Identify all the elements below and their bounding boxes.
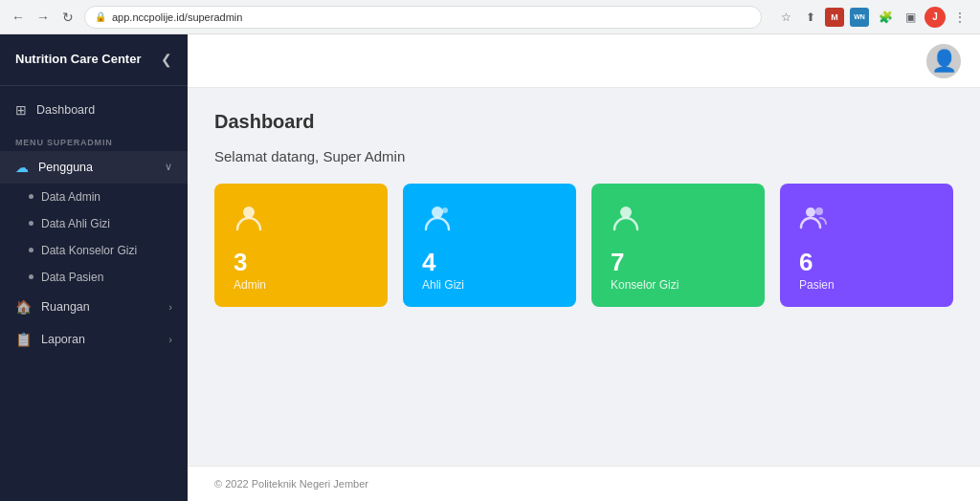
dashboard-icon: ⊞ xyxy=(15,102,27,118)
top-bar: 👤 xyxy=(188,34,980,88)
address-bar[interactable]: 🔒 app.nccpolije.id/superadmin xyxy=(84,6,762,29)
konselor-count: 7 xyxy=(611,250,746,274)
svg-point-2 xyxy=(442,207,448,213)
sub-item-label: Data Pasien xyxy=(41,271,103,284)
extension-m-icon[interactable]: M xyxy=(825,8,844,27)
back-button[interactable]: ← xyxy=(10,9,27,26)
sidebar-item-laporan[interactable]: 📋 Laporan › xyxy=(0,323,188,356)
pengguna-expand-icon: ∨ xyxy=(165,161,172,173)
pasien-count: 6 xyxy=(799,250,934,274)
svg-point-0 xyxy=(243,207,255,218)
page-title: Dashboard xyxy=(214,111,953,133)
stat-card-pasien: 6 Pasien xyxy=(780,184,953,307)
sidebar-header: Nutrition Care Center ❮ xyxy=(0,34,188,86)
user-avatar[interactable]: 👤 xyxy=(926,44,961,78)
admin-label: Admin xyxy=(234,278,368,292)
footer-copyright: © 2022 Politeknik Negeri Jember xyxy=(214,478,368,490)
puzzle-icon[interactable]: 🧩 xyxy=(875,7,896,28)
browser-actions: ☆ ⬆ M WN 🧩 ▣ J ⋮ xyxy=(775,7,970,28)
laporan-label: Laporan xyxy=(41,333,85,346)
sidebar: Nutrition Care Center ❮ ⊞ Dashboard MENU… xyxy=(0,34,188,501)
reload-button[interactable]: ↻ xyxy=(59,9,77,26)
sub-item-label: Data Ahli Gizi xyxy=(41,217,110,230)
stat-card-admin: 3 Admin xyxy=(214,184,388,307)
ruangan-icon: 🏠 xyxy=(15,299,32,315)
dot-icon xyxy=(29,274,33,279)
admin-count: 3 xyxy=(234,250,368,274)
bookmark-icon[interactable]: ☆ xyxy=(775,7,796,28)
svg-point-3 xyxy=(620,207,632,218)
sidebar-nav: ⊞ Dashboard MENU SUPERADMIN ☁ Pengguna ∨… xyxy=(0,86,188,501)
forward-button[interactable]: → xyxy=(34,9,52,26)
browser-profile[interactable]: J xyxy=(924,7,946,28)
section-label-superadmin: MENU SUPERADMIN xyxy=(0,126,188,151)
pengguna-label: Pengguna xyxy=(38,161,93,174)
ahli-gizi-label: Ahli Gizi xyxy=(422,278,557,292)
pengguna-icon: ☁ xyxy=(15,160,29,175)
sidebar-item-data-konselor-gizi[interactable]: Data Konselor Gizi xyxy=(0,237,188,264)
dot-icon xyxy=(29,248,33,252)
ahli-gizi-count: 4 xyxy=(422,250,557,274)
sidebar-item-label: Dashboard xyxy=(36,103,95,117)
ruangan-label: Ruangan xyxy=(41,300,90,314)
svg-point-5 xyxy=(815,207,823,215)
sidebar-item-data-pasien[interactable]: Data Pasien xyxy=(0,264,188,291)
lock-icon: 🔒 xyxy=(95,11,106,22)
laporan-icon: 📋 xyxy=(15,332,32,347)
sub-item-label: Data Admin xyxy=(41,190,100,204)
ahli-gizi-card-icon xyxy=(422,203,557,240)
avatar-icon: 👤 xyxy=(931,49,957,74)
browser-chrome: ← → ↻ 🔒 app.nccpolije.id/superadmin ☆ ⬆ … xyxy=(0,0,980,34)
svg-point-4 xyxy=(806,207,815,217)
sidebar-item-pengguna[interactable]: ☁ Pengguna ∨ xyxy=(0,151,188,184)
welcome-text: Selamat datang, Super Admin xyxy=(214,148,953,164)
sidebar-item-ruangan[interactable]: 🏠 Ruangan › xyxy=(0,291,188,323)
svg-point-1 xyxy=(432,207,443,218)
laporan-expand-icon: › xyxy=(168,334,172,345)
sidebar-item-data-ahli-gizi[interactable]: Data Ahli Gizi xyxy=(0,210,188,237)
sub-item-label: Data Konselor Gizi xyxy=(41,244,137,257)
extension-wn-icon[interactable]: WN xyxy=(850,8,869,27)
content-area: Dashboard Selamat datang, Super Admin 3 … xyxy=(188,88,980,466)
sidebar-item-dashboard[interactable]: ⊞ Dashboard xyxy=(0,94,188,126)
pasien-label: Pasien xyxy=(799,278,934,292)
url-text: app.nccpolije.id/superadmin xyxy=(112,11,242,23)
share-icon[interactable]: ⬆ xyxy=(800,7,821,28)
stats-grid: 3 Admin 4 Ahli Gizi xyxy=(214,184,953,307)
konselor-card-icon xyxy=(611,203,746,240)
footer: © 2022 Politeknik Negeri Jember xyxy=(188,466,980,501)
sidebar-title: Nutrition Care Center xyxy=(15,52,141,68)
stat-card-ahli-gizi: 4 Ahli Gizi xyxy=(403,184,576,307)
stat-card-konselor-gizi: 7 Konselor Gizi xyxy=(591,184,765,307)
sidebar-item-data-admin[interactable]: Data Admin xyxy=(0,184,188,210)
konselor-label: Konselor Gizi xyxy=(611,278,746,292)
dot-icon xyxy=(29,221,33,226)
pasien-card-icon xyxy=(799,203,934,240)
window-icon[interactable]: ▣ xyxy=(900,7,921,28)
sidebar-toggle-icon[interactable]: ❮ xyxy=(161,52,172,67)
ruangan-expand-icon: › xyxy=(168,301,172,313)
more-icon[interactable]: ⋮ xyxy=(949,7,970,28)
admin-card-icon xyxy=(234,203,368,240)
main-content: 👤 Dashboard Selamat datang, Super Admin … xyxy=(188,34,980,501)
dot-icon xyxy=(29,194,33,199)
app-layout: Nutrition Care Center ❮ ⊞ Dashboard MENU… xyxy=(0,34,980,501)
